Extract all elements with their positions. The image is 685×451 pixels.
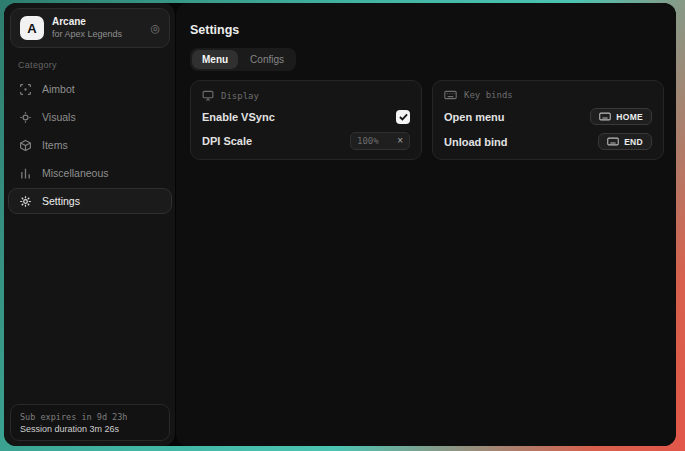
- bars-icon: [19, 167, 32, 180]
- main-panel: Settings Menu Configs Display E: [176, 3, 676, 446]
- sidebar-item-settings[interactable]: Settings: [8, 188, 172, 214]
- app-logo: A: [20, 16, 44, 40]
- app-subtitle: for Apex Legends: [52, 29, 142, 40]
- open-menu-row: Open menu HOME: [444, 108, 652, 125]
- unload-bind-button[interactable]: END: [598, 133, 652, 150]
- app-window: A Arcane for Apex Legends ◎ Category Aim…: [4, 3, 676, 446]
- clear-icon[interactable]: ×: [397, 136, 403, 146]
- sidebar-item-aimbot[interactable]: Aimbot: [8, 76, 172, 102]
- brand-text: Arcane for Apex Legends: [52, 16, 142, 40]
- display-card-header: Display: [202, 90, 410, 101]
- display-card-title: Display: [221, 91, 259, 101]
- keybinds-card-title: Key binds: [464, 90, 513, 100]
- eye-icon: [19, 111, 32, 124]
- page-title: Settings: [190, 23, 239, 37]
- gear-icon: [19, 195, 32, 208]
- category-label: Category: [18, 60, 57, 70]
- dpi-scale-input[interactable]: 100% ×: [350, 132, 410, 150]
- dpi-scale-value: 100%: [357, 136, 379, 146]
- settings-cards: Display Enable VSync DPI Scale 100% ×: [190, 80, 664, 160]
- sidebar-item-label: Items: [42, 139, 68, 151]
- unload-bind-key: END: [624, 137, 643, 147]
- keyboard-icon: [607, 137, 619, 146]
- app-name: Arcane: [52, 16, 142, 29]
- tab-bar: Menu Configs: [190, 48, 296, 71]
- sub-expiry-text: Sub expires in 9d 23h: [20, 412, 160, 422]
- sidebar-item-label: Miscellaneous: [42, 167, 109, 179]
- sidebar-item-items[interactable]: Items: [8, 132, 172, 158]
- sidebar-item-label: Visuals: [42, 111, 76, 123]
- unload-bind-row: Unload bind END: [444, 133, 652, 150]
- sidebar-item-visuals[interactable]: Visuals: [8, 104, 172, 130]
- box-icon: [19, 139, 32, 152]
- sidebar-item-miscellaneous[interactable]: Miscellaneous: [8, 160, 172, 186]
- session-duration-text: Session duration 3m 26s: [20, 424, 160, 434]
- keyboard-icon: [444, 90, 457, 100]
- subscription-info: Sub expires in 9d 23h Session duration 3…: [10, 404, 170, 441]
- dpi-scale-row: DPI Scale 100% ×: [202, 132, 410, 150]
- tab-menu[interactable]: Menu: [192, 50, 238, 69]
- open-menu-bind-button[interactable]: HOME: [590, 108, 652, 125]
- keybinds-card-header: Key binds: [444, 90, 652, 100]
- sidebar-nav: Aimbot Visuals Items: [8, 76, 172, 216]
- dpi-scale-label: DPI Scale: [202, 135, 252, 147]
- circle-badge-icon[interactable]: ◎: [150, 22, 160, 35]
- checkmark-icon: [399, 113, 408, 121]
- tab-configs[interactable]: Configs: [240, 50, 294, 69]
- brand-card: A Arcane for Apex Legends ◎: [10, 8, 170, 48]
- monitor-icon: [202, 90, 214, 101]
- vsync-checkbox[interactable]: [396, 110, 410, 124]
- vsync-label: Enable VSync: [202, 111, 275, 123]
- sidebar-item-label: Settings: [42, 195, 80, 207]
- display-card: Display Enable VSync DPI Scale 100% ×: [190, 80, 422, 160]
- keyboard-icon: [599, 112, 611, 121]
- open-menu-key: HOME: [616, 112, 643, 122]
- sidebar-item-label: Aimbot: [42, 83, 75, 95]
- crosshair-icon: [19, 83, 32, 96]
- unload-bind-label: Unload bind: [444, 136, 508, 148]
- keybinds-card: Key binds Open menu HOME Unload bind: [432, 80, 664, 160]
- vsync-row: Enable VSync: [202, 110, 410, 124]
- sidebar: A Arcane for Apex Legends ◎ Category Aim…: [4, 3, 176, 446]
- open-menu-label: Open menu: [444, 111, 505, 123]
